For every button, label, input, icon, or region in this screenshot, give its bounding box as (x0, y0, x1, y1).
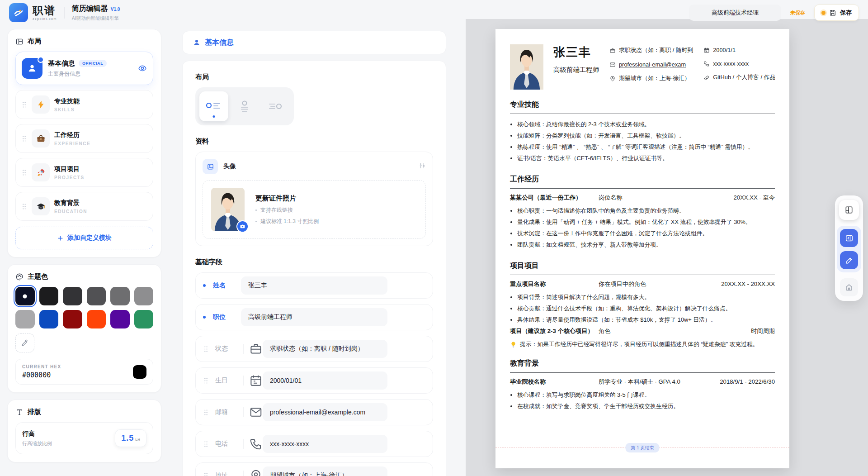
field-label: 职位 (213, 313, 241, 321)
title-input[interactable]: 高级前端工程师 (241, 308, 387, 326)
resume-bullet: 量化成果：使用「动词 + 任务 + 结果」模式。例如：优化了 XX 流程，使效率… (517, 217, 775, 228)
collapse-panel-button[interactable] (840, 229, 858, 247)
contact-text: 2000/1/1 (713, 47, 736, 53)
layout-card: 布局 基本信息 OFFICIAL 主要身份信息 专业技能SKILLS工作经历EX… (7, 29, 161, 257)
module-subtitle: PROJECTS (54, 175, 85, 180)
field-value: professional-email@example.com (270, 409, 365, 416)
resume-header: 张三丰 高级前端工程师 求职状态（如：离职 / 随时到professional-… (510, 44, 775, 90)
current-hex-box: CURRENT HEX #000000 (15, 359, 153, 385)
line-height-stepper[interactable]: 1.5 LH (115, 429, 146, 447)
editor-panel-header: 基本信息 (182, 31, 446, 54)
resume-bullet-list: 核心领域：总结你最擅长的 2-3 个技术或业务领域。技能矩阵：分类罗列技能（如：… (510, 119, 775, 164)
briefcase-icon (609, 48, 616, 54)
drag-handle-icon[interactable] (204, 377, 208, 384)
field-value: 期望城市（如：上海·徐汇） (270, 471, 348, 476)
link-icon (703, 75, 710, 81)
sidebar-module-projects[interactable]: 项目项目PROJECTS (15, 158, 153, 187)
eyedropper-button[interactable] (15, 333, 34, 352)
phone-input[interactable]: xxx-xxxx-xxxx (263, 435, 387, 453)
theme-color-swatch[interactable] (134, 310, 154, 328)
line-height-unit: LH (135, 438, 140, 442)
field-value: 求职状态（如：离职 / 随时到岗） (270, 345, 364, 353)
logo-glyph-icon (13, 7, 24, 19)
theme-color-swatch[interactable] (15, 310, 35, 328)
theme-color-swatch[interactable] (63, 287, 82, 305)
visibility-toggle[interactable] (138, 64, 147, 73)
editor-panel: 基本信息 布局 资料 头像 更新证件照片 支持在线链接 建议标准 1:1.3 寸… (174, 25, 454, 476)
drag-handle-icon[interactable] (204, 346, 208, 352)
home-button[interactable] (840, 278, 858, 296)
contact-text: GitHub / 个人博客 / 作品集 (713, 74, 775, 81)
address-input[interactable]: 期望城市（如：上海·徐汇） (263, 466, 387, 476)
app-logo-icon[interactable] (9, 3, 28, 22)
theme-color-swatch[interactable] (134, 287, 154, 305)
status-input[interactable]: 求职状态（如：离职 / 随时到岗） (263, 340, 387, 358)
resume-section-title: 工作经历 (510, 175, 775, 184)
type-icon (15, 408, 24, 416)
edit-button[interactable] (840, 251, 858, 269)
field-row-email: 邮箱professional-email@example.com (195, 399, 433, 425)
document-title-button[interactable]: 高级前端技术经理 (689, 5, 781, 21)
theme-color-swatch[interactable] (87, 310, 106, 328)
change-photo-button[interactable] (236, 220, 249, 233)
resume-page[interactable]: 张三丰 高级前端工程师 求职状态（如：离职 / 随时到professional-… (495, 29, 789, 468)
avatar-options-button[interactable] (419, 162, 426, 171)
logo-text: 职谱 zzpoint.com (33, 5, 57, 20)
name-input[interactable]: 张三丰 (241, 276, 387, 295)
sidebar-module-skills[interactable]: 专业技能SKILLS (15, 90, 153, 119)
resume-section-title: 项目项目 (510, 261, 775, 271)
email-input[interactable]: professional-email@example.com (263, 403, 387, 421)
phone-icon (249, 437, 263, 451)
section-divider (510, 114, 775, 114)
birthday-input[interactable]: 2000/01/01 (263, 371, 387, 390)
module-title: 教育背景 (54, 199, 87, 207)
add-module-label: 添加自定义模块 (67, 234, 112, 242)
pencil-icon (845, 256, 854, 265)
theme-color-swatch[interactable] (110, 310, 130, 328)
drag-handle-icon[interactable] (22, 101, 26, 108)
theme-color-swatch[interactable] (63, 310, 82, 328)
drag-handle-icon[interactable] (204, 441, 208, 447)
typography-card-title: 排版 (28, 408, 41, 416)
typography-card-header: 排版 (15, 408, 153, 416)
plus-icon (57, 235, 64, 242)
sidebar-module-experience[interactable]: 工作经历EXPERIENCE (15, 124, 153, 153)
resume-bullet: 核心贡献：通过什么技术手段（如：重构、算法优化、架构设计）解决了什么痛点。 (517, 303, 775, 314)
sidebar-module-basic-info[interactable]: 基本信息 OFFICIAL 主要身份信息 (15, 52, 153, 85)
save-button[interactable]: 保存 (814, 5, 859, 21)
line-height-row: 行高 行高缩放比例 1.5 LH (15, 422, 153, 454)
drag-handle-icon[interactable] (204, 472, 208, 476)
drag-handle-icon[interactable] (22, 203, 26, 209)
photo-upload-dropzone[interactable]: 更新证件照片 支持在线链接 建议标准 1:1.3 寸照比例 (203, 180, 426, 239)
preview-canvas: 张三丰 高级前端工程师 求职状态（如：离职 / 随时到professional-… (466, 19, 868, 476)
sliders-icon (419, 162, 426, 169)
add-custom-module-button[interactable]: 添加自定义模块 (15, 227, 153, 249)
resume-meta-row: 重点项目名称你在项目中的角色20XX.XX - 20XX.XX (510, 280, 775, 288)
drag-handle-icon[interactable] (22, 135, 26, 142)
avatar-label: 头像 (223, 162, 236, 171)
logo-domain: zzpoint.com (33, 17, 57, 20)
layout-option-avatar-top[interactable] (230, 91, 259, 121)
module-title: 专业技能 (54, 97, 80, 105)
theme-color-swatch[interactable] (110, 287, 130, 305)
contact-item: 求职状态（如：离职 / 随时到 (609, 47, 703, 54)
theme-color-swatch[interactable] (15, 287, 35, 305)
layout-columns-button[interactable] (839, 200, 859, 220)
resume-bullet: 在校成就：如奖学金、竞赛奖项、学生干部经历或交换生经历。 (517, 401, 775, 412)
theme-color-swatch[interactable] (39, 287, 59, 305)
module-title: 基本信息 (48, 59, 75, 68)
theme-color-swatch[interactable] (87, 287, 106, 305)
avatar-photo (211, 188, 245, 231)
meta-right: 时间周期 (751, 327, 775, 335)
layout-option-avatar-right[interactable] (261, 91, 290, 121)
theme-color-swatch[interactable] (39, 310, 59, 328)
floating-toolbar (835, 195, 863, 301)
palette-icon (15, 273, 24, 281)
sidebar-module-education[interactable]: 教育背景EDUCATION (15, 192, 153, 221)
module-title: 项目项目 (54, 165, 85, 173)
meta-right: 2018/9/1 - 2022/6/30 (720, 378, 775, 385)
layout-option-avatar-left[interactable] (199, 91, 228, 121)
drag-handle-icon[interactable] (204, 409, 208, 415)
resume-bullet: 技术沉淀：在这一份工作中你克服了什么困难，沉淀了什么方法论或组件。 (517, 228, 775, 239)
drag-handle-icon[interactable] (22, 169, 26, 176)
